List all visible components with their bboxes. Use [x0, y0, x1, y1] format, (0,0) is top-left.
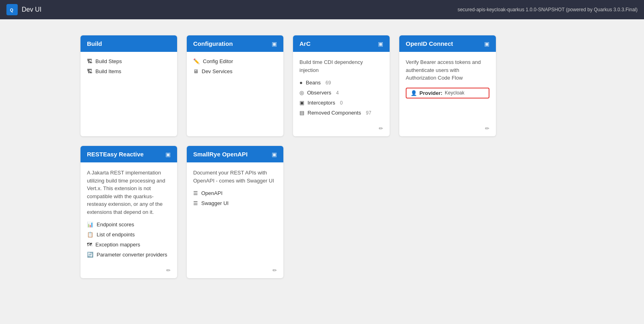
svg-text:Q: Q: [10, 8, 13, 12]
openid-connect-card: OpenID Connect ▣ Verify Bearer access to…: [399, 35, 496, 136]
arc-card-header: ArC ▣: [293, 35, 390, 52]
arc-description: Build time CDI dependency injection: [299, 58, 383, 74]
dev-services-link[interactable]: 🖥 Dev Services: [193, 68, 277, 74]
exception-mappers-icon: 🗺: [87, 242, 92, 248]
build-card-header: Build: [80, 35, 177, 52]
openapi-icon: ☰: [193, 190, 198, 196]
smallrye-openapi-description: Document your REST APIs with OpenAPI - c…: [193, 169, 277, 185]
config-editor-link[interactable]: ✏️ Config Editor: [193, 58, 277, 64]
openid-connect-header-icon: ▣: [484, 41, 489, 47]
beans-link[interactable]: ● Beans 69: [299, 80, 383, 86]
dev-services-icon: 🖥: [193, 68, 198, 74]
arc-external-link-icon[interactable]: ✏: [379, 125, 383, 131]
openid-connect-card-title: OpenID Connect: [406, 40, 453, 47]
configuration-header-icon: ▣: [272, 41, 277, 47]
app-logo: Q: [6, 4, 18, 15]
build-card-body: 🏗 Build Steps 🏗 Build Items: [80, 52, 177, 136]
interceptors-icon: ▣: [299, 100, 304, 106]
provider-badge[interactable]: 👤 Provider: Keycloak: [406, 88, 489, 98]
resteasy-reactive-external-link-icon[interactable]: ✏: [166, 267, 171, 273]
provider-value: Keycloak: [445, 90, 464, 96]
beans-badge: 69: [326, 80, 331, 86]
resteasy-reactive-card-body: A Jakarta REST implementation utilizing …: [80, 162, 177, 264]
observers-badge: 4: [336, 90, 339, 96]
build-items-icon: 🏗: [87, 68, 92, 74]
resteasy-reactive-card-footer: ✏: [80, 264, 177, 278]
parameter-converter-providers-link[interactable]: 🔄 Parameter converter providers: [87, 252, 171, 258]
openid-connect-description: Verify Bearer access tokens and authenti…: [406, 58, 489, 82]
arc-card-body: Build time CDI dependency injection ● Be…: [293, 52, 390, 122]
endpoint-scores-link[interactable]: 📊 Endpoint scores: [87, 221, 171, 228]
topbar: Q Dev UI secured-apis-keycloak-quarkus 1…: [0, 0, 644, 19]
resteasy-reactive-header-icon: ▣: [165, 151, 171, 158]
smallrye-openapi-card: SmallRye OpenAPI ▣ Document your REST AP…: [187, 146, 283, 278]
swagger-ui-label: Swagger UI: [201, 200, 229, 206]
build-items-link[interactable]: 🏗 Build Items: [87, 68, 171, 74]
config-editor-label: Config Editor: [203, 58, 233, 64]
configuration-card-body: ✏️ Config Editor 🖥 Dev Services: [187, 52, 283, 136]
parameter-converter-providers-icon: 🔄: [87, 252, 93, 258]
app-info: secured-apis-keycloak-quarkus 1.0.0-SNAP…: [458, 7, 638, 12]
beans-label: Beans: [306, 80, 321, 86]
exception-mappers-label: Exception mappers: [95, 242, 140, 248]
cards-row-2: RESTEasy Reactive ▣ A Jakarta REST imple…: [80, 146, 564, 278]
removed-components-label: Removed Components: [308, 110, 361, 116]
openid-connect-card-body: Verify Bearer access tokens and authenti…: [399, 52, 496, 122]
config-editor-icon: ✏️: [193, 58, 200, 64]
build-card-title: Build: [87, 40, 102, 47]
cards-row-1: Build 🏗 Build Steps 🏗 Build Items Config…: [80, 35, 564, 136]
build-steps-label: Build Steps: [95, 58, 122, 64]
arc-card-title: ArC: [299, 40, 311, 47]
exception-mappers-link[interactable]: 🗺 Exception mappers: [87, 242, 171, 248]
smallrye-openapi-card-title: SmallRye OpenAPI: [193, 151, 248, 158]
resteasy-reactive-card-title: RESTEasy Reactive: [87, 151, 144, 158]
openid-connect-card-header: OpenID Connect ▣: [399, 35, 496, 52]
build-items-label: Build Items: [95, 68, 121, 74]
swagger-ui-icon: ☰: [193, 200, 198, 206]
parameter-converter-providers-label: Parameter converter providers: [97, 252, 167, 258]
resteasy-reactive-description: A Jakarta REST implementation utilizing …: [87, 169, 171, 216]
smallrye-openapi-external-link-icon[interactable]: ✏: [272, 267, 277, 273]
main-content: Build 🏗 Build Steps 🏗 Build Items Config…: [0, 19, 644, 294]
removed-components-icon: ▤: [299, 110, 304, 116]
observers-icon: ◎: [299, 90, 304, 96]
build-steps-icon: 🏗: [87, 58, 92, 64]
arc-card: ArC ▣ Build time CDI dependency injectio…: [293, 35, 390, 136]
arc-card-footer: ✏: [293, 122, 390, 136]
removed-components-badge: 97: [366, 110, 371, 116]
app-title: Dev UI: [22, 6, 41, 13]
configuration-card: Configuration ▣ ✏️ Config Editor 🖥 Dev S…: [187, 35, 283, 136]
openid-connect-card-footer: ✏: [399, 122, 496, 136]
provider-person-icon: 👤: [411, 90, 417, 96]
topbar-left: Q Dev UI: [6, 4, 41, 15]
resteasy-reactive-card: RESTEasy Reactive ▣ A Jakarta REST imple…: [80, 146, 177, 278]
endpoint-scores-label: Endpoint scores: [97, 221, 134, 228]
dev-services-label: Dev Services: [202, 68, 233, 74]
list-of-endpoints-icon: 📋: [87, 232, 93, 238]
openapi-link[interactable]: ☰ OpenAPI: [193, 190, 277, 196]
smallrye-openapi-card-footer: ✏: [187, 264, 283, 278]
observers-link[interactable]: ◎ Observers 4: [299, 90, 383, 96]
smallrye-openapi-card-header: SmallRye OpenAPI ▣: [187, 146, 283, 162]
openapi-label: OpenAPI: [201, 190, 223, 196]
build-steps-link[interactable]: 🏗 Build Steps: [87, 58, 171, 64]
smallrye-openapi-header-icon: ▣: [272, 151, 277, 158]
interceptors-label: Interceptors: [308, 100, 335, 106]
configuration-card-title: Configuration: [193, 40, 233, 47]
openid-connect-external-link-icon[interactable]: ✏: [485, 125, 489, 131]
observers-label: Observers: [307, 90, 331, 96]
interceptors-link[interactable]: ▣ Interceptors 0: [299, 100, 383, 106]
list-of-endpoints-link[interactable]: 📋 List of endpoints: [87, 232, 171, 238]
endpoint-scores-icon: 📊: [87, 221, 93, 228]
build-card: Build 🏗 Build Steps 🏗 Build Items: [80, 35, 177, 136]
smallrye-openapi-card-body: Document your REST APIs with OpenAPI - c…: [187, 162, 283, 264]
resteasy-reactive-card-header: RESTEasy Reactive ▣: [80, 146, 177, 162]
swagger-ui-link[interactable]: ☰ Swagger UI: [193, 200, 277, 206]
beans-icon: ●: [299, 80, 303, 86]
interceptors-badge: 0: [340, 100, 343, 106]
arc-header-icon: ▣: [378, 41, 383, 47]
removed-components-link[interactable]: ▤ Removed Components 97: [299, 110, 383, 116]
provider-label: Provider:: [419, 90, 442, 96]
configuration-card-header: Configuration ▣: [187, 35, 283, 52]
list-of-endpoints-label: List of endpoints: [97, 232, 135, 238]
